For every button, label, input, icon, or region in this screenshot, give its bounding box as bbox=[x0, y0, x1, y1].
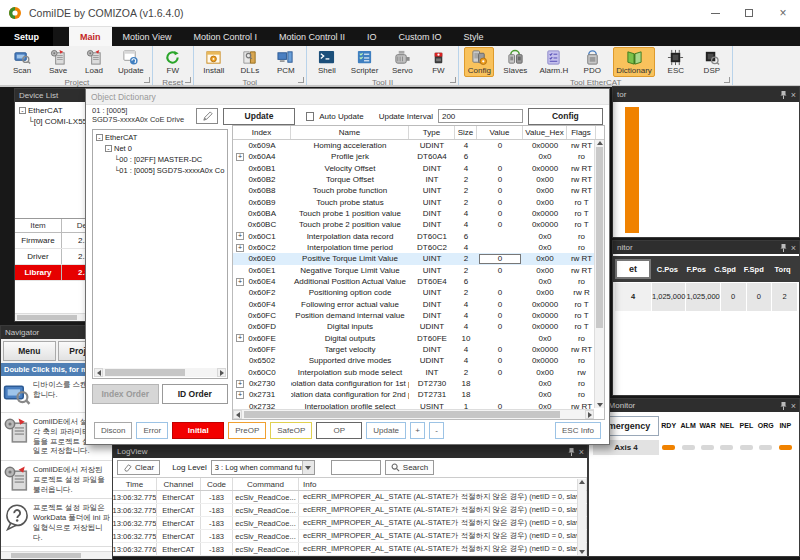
ribbon-button-dictionary[interactable]: Dictionary bbox=[613, 47, 655, 77]
ribbon-button-alarm-h[interactable]: Alarm.H bbox=[536, 47, 571, 77]
log-row[interactable]: 13:06:32.776EtherCAT-183ecSlv_ReadCoe...… bbox=[113, 543, 587, 556]
expand-icon[interactable]: + bbox=[236, 334, 244, 342]
dict-row-0x60e1[interactable]: 0x60E1Negative Torque Limit ValueUINT200… bbox=[233, 265, 604, 276]
tab-motion-control-ii[interactable]: Motion Control II bbox=[268, 27, 356, 46]
dictionary-tree-node-01-0005-sgd7s-xxxxa0x-co[interactable]: └ 01 : [0005] SGD7S-xxxxA0x Co bbox=[94, 165, 226, 176]
dict-row-0x60e0[interactable]: 0x60E0Positive Torque Limit ValueUINT200… bbox=[233, 253, 604, 264]
expand-icon[interactable]: + bbox=[236, 153, 244, 161]
dict-row-0x60e4[interactable]: 0x60E4+Additional Position Actual ValueD… bbox=[233, 276, 604, 287]
state-button-esc-info[interactable]: ESC Info bbox=[555, 422, 601, 439]
dictionary-hscrollbar[interactable] bbox=[233, 409, 594, 419]
navigator-hscrollbar[interactable] bbox=[1, 551, 112, 559]
ribbon-button-update[interactable]: Update bbox=[115, 47, 147, 77]
collapse-icon[interactable]: - bbox=[96, 134, 103, 141]
state-button-op[interactable]: OP bbox=[316, 422, 362, 439]
ribbon-button-esc[interactable]: ESC bbox=[661, 47, 691, 77]
pin-icon[interactable] bbox=[780, 401, 787, 411]
dict-row-0x60bc[interactable]: 0x60BCTouch probe 2 position valueDINT40… bbox=[233, 219, 604, 230]
dict-row-0x60c1[interactable]: 0x60C1+Interpolation data recordDT60C160… bbox=[233, 231, 604, 242]
ribbon-button-config[interactable]: Config bbox=[464, 47, 494, 77]
expand-icon[interactable]: + bbox=[236, 232, 244, 240]
close-button[interactable]: × bbox=[766, 0, 800, 26]
dict-row-0x60ff[interactable]: 0x60FFTarget velocityDINT400x0000rw RT bbox=[233, 344, 604, 355]
ribbon-button-dlls[interactable]: DLLs bbox=[235, 47, 265, 77]
ribbon-button-scan[interactable]: Scan bbox=[7, 47, 37, 77]
ribbon-button-fw[interactable]: FW bbox=[158, 47, 188, 77]
ribbon-button-shell[interactable]: Shell bbox=[312, 47, 342, 77]
close-icon[interactable]: × bbox=[791, 243, 796, 253]
id-order-button[interactable]: ID Order bbox=[162, 384, 229, 404]
dict-row-0x60fe[interactable]: 0x60FE+Digital outputsDT60FE100x0ro bbox=[233, 333, 604, 344]
tab-setup[interactable]: Setup bbox=[0, 27, 53, 46]
pin-icon[interactable] bbox=[780, 243, 787, 253]
dict-row-0x60b8[interactable]: 0x60B8Touch probe functionUINT200x00rw R… bbox=[233, 185, 604, 196]
ribbon-button-pcm[interactable]: PCM bbox=[271, 47, 301, 77]
navigator-item[interactable]: 프로젝트 설정 파일은 WorkData 폴더에 ini 파일형식으로 저장됩니… bbox=[1, 499, 112, 547]
update-interval-input[interactable]: 200 bbox=[438, 109, 523, 123]
state-button-[interactable]: + bbox=[410, 422, 425, 439]
clear-button[interactable]: Clear bbox=[117, 460, 160, 475]
dict-row-0x60b1[interactable]: 0x60B1Velocity OffsetDINT400x0000rw RT bbox=[233, 163, 604, 174]
dict-row-0x60c0[interactable]: 0x60C0Interpolation sub mode selectINT20… bbox=[233, 367, 604, 378]
log-vscrollbar[interactable] bbox=[577, 479, 586, 555]
dict-row-0x6502[interactable]: 0x6502Supported drive modesUDINT400x0000… bbox=[233, 355, 604, 366]
tab-motion-control-i[interactable]: Motion Control I bbox=[182, 27, 268, 46]
expand-icon[interactable]: + bbox=[236, 244, 244, 252]
auto-update-checkbox[interactable] bbox=[306, 112, 314, 121]
collapse-icon[interactable]: - bbox=[19, 107, 26, 114]
tab-main[interactable]: Main bbox=[69, 27, 112, 46]
index-order-button[interactable]: Index Order bbox=[92, 384, 159, 404]
dictionary-tree-node-00-02ff-master-dc[interactable]: └ 00 : [02FF] MASTER-DC bbox=[94, 154, 226, 165]
dict-row-0x60a4[interactable]: 0x60A4+Profile jerkDT60A460x0ro bbox=[233, 151, 604, 162]
axis-target-header-cell[interactable]: et bbox=[615, 259, 651, 279]
update-button[interactable]: Update bbox=[223, 108, 295, 125]
pin-icon[interactable] bbox=[780, 90, 787, 100]
config-button[interactable]: Config bbox=[528, 108, 603, 125]
dictionary-tree[interactable]: -EtherCAT-Net 0└ 00 : [02FF] MASTER-DC└ … bbox=[92, 129, 228, 379]
ribbon-button-servo[interactable]: Servo bbox=[387, 47, 417, 77]
tab-motion-view[interactable]: Motion View bbox=[112, 27, 183, 46]
close-icon[interactable]: × bbox=[791, 90, 796, 100]
close-icon[interactable]: × bbox=[791, 401, 796, 411]
search-button[interactable]: Search bbox=[385, 460, 434, 475]
dict-row-0x60f4[interactable]: 0x60F4Following error actual valueDINT40… bbox=[233, 299, 604, 310]
ribbon-button-save[interactable]: Save bbox=[43, 47, 73, 77]
expand-icon[interactable]: + bbox=[236, 380, 244, 388]
minimize-button[interactable] bbox=[698, 0, 732, 26]
log-level-dropdown[interactable]: 3 : Log when command functi bbox=[211, 460, 315, 475]
log-row[interactable]: 13:06:32.775EtherCAT-183ecSlv_ReadCoe...… bbox=[113, 517, 587, 530]
maximize-button[interactable] bbox=[732, 0, 766, 26]
navigator-tab-menu[interactable]: Menu bbox=[3, 341, 56, 361]
collapse-icon[interactable]: - bbox=[105, 145, 112, 152]
dict-row-0x60b2[interactable]: 0x60B2Torque OffsetINT200x00rw RT bbox=[233, 174, 604, 185]
edit-slave-button[interactable] bbox=[196, 108, 218, 124]
ribbon-button-dsp[interactable]: DSP bbox=[697, 47, 727, 77]
log-search-input[interactable] bbox=[331, 460, 381, 475]
navigator-item[interactable]: ComiIDE에서 저장된 프로젝트 설정 파일을 불러옵니다. bbox=[1, 461, 112, 499]
dict-row-0x60fc[interactable]: 0x60FCPosition demand internal valueDINT… bbox=[233, 310, 604, 321]
dictionary-tree-node-ethercat[interactable]: -EtherCAT bbox=[94, 132, 226, 143]
dict-row-0x2730[interactable]: 0x2730+rpolation data configuration for … bbox=[233, 378, 604, 389]
expand-icon[interactable]: + bbox=[236, 278, 244, 286]
state-button-[interactable]: - bbox=[429, 422, 444, 439]
pin-icon[interactable] bbox=[568, 447, 575, 457]
dictionary-vscrollbar[interactable] bbox=[594, 140, 604, 408]
expand-icon[interactable]: + bbox=[236, 391, 244, 399]
close-icon[interactable]: × bbox=[579, 447, 584, 457]
log-row[interactable]: 13:06:32.775EtherCAT-183ecSlv_ReadCoe...… bbox=[113, 530, 587, 543]
log-row[interactable]: 13:06:32.775EtherCAT-183ecSlv_ReadCoe...… bbox=[113, 504, 587, 517]
state-button-initial[interactable]: Initial bbox=[172, 422, 224, 439]
dict-row-0x2731[interactable]: 0x2731+polation data configuration for 2… bbox=[233, 389, 604, 400]
dict-row-0x60c2[interactable]: 0x60C2+Interpolation time periodDT60C240… bbox=[233, 242, 604, 253]
state-button-error[interactable]: Error bbox=[136, 422, 168, 439]
value-edit-box[interactable]: 0 bbox=[479, 254, 521, 264]
ribbon-button-load[interactable]: Load bbox=[79, 47, 109, 77]
dictionary-tree-node-net-0[interactable]: -Net 0 bbox=[94, 143, 226, 154]
ribbon-button-fw[interactable]: FW bbox=[423, 47, 453, 77]
dictionary-tree-hscrollbar[interactable] bbox=[94, 368, 226, 377]
dict-row-0x60f2[interactable]: 0x60F2Positioning option codeUINT200x00r… bbox=[233, 287, 604, 298]
state-button-update[interactable]: Update bbox=[366, 422, 406, 439]
ribbon-button-slaves[interactable]: Slaves bbox=[500, 47, 530, 77]
state-button-preop[interactable]: PreOP bbox=[228, 422, 266, 439]
dict-row-0x609a[interactable]: 0x609AHoming accelerationUDINT400x0000rw… bbox=[233, 140, 604, 151]
